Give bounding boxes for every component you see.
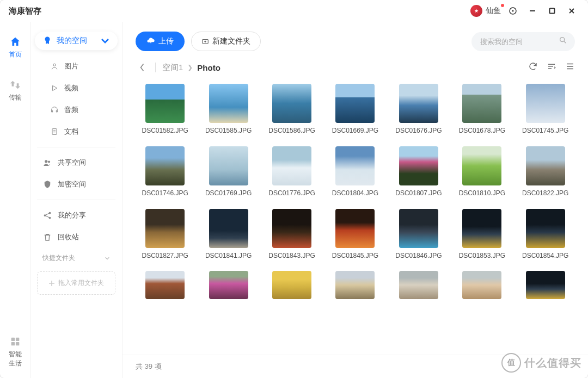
rail-transfer[interactable]: 传输: [0, 76, 30, 106]
upload-button[interactable]: 上传: [136, 32, 185, 51]
new-folder-button[interactable]: 新建文件夹: [191, 32, 261, 51]
chevron-down-icon: [100, 36, 110, 46]
file-item[interactable]: DSC01585.JPG: [199, 84, 258, 135]
shield-icon: [42, 179, 52, 189]
file-name: DSC01846.JPG: [395, 251, 442, 261]
file-grid: DSC01582.JPGDSC01585.JPGDSC01586.JPGDSC0…: [136, 84, 575, 299]
file-thumbnail: [526, 84, 565, 123]
file-item[interactable]: DSC01854.JPG: [516, 209, 575, 261]
file-thumbnail: [335, 209, 375, 248]
file-item[interactable]: DSC01845.JPG: [326, 209, 384, 261]
file-thumbnail: [462, 209, 501, 248]
refresh-button[interactable]: [528, 61, 538, 73]
file-item[interactable]: DSC01807.JPG: [389, 146, 448, 198]
quick-folder-header[interactable]: 快捷文件夹: [35, 248, 118, 268]
file-thumbnail: [272, 84, 311, 123]
maximize-button[interactable]: [544, 3, 560, 18]
file-item[interactable]: DSC01746.JPG: [136, 146, 194, 198]
file-thumbnail: [145, 84, 185, 123]
sidebar-item-doc[interactable]: 文档: [35, 121, 118, 142]
svg-point-26: [560, 38, 565, 42]
people-icon: [42, 158, 52, 168]
cloud-upload-icon: [146, 37, 155, 46]
file-item[interactable]: DSC01843.JPG: [262, 209, 321, 261]
notification-dot: [501, 4, 504, 7]
file-item[interactable]: DSC01827.JPG: [136, 209, 194, 261]
svg-point-18: [49, 217, 51, 219]
file-name: DSC01810.JPG: [459, 189, 505, 198]
file-item[interactable]: [136, 271, 194, 299]
sidebar-item-shared[interactable]: 共享空间: [35, 152, 118, 173]
file-item[interactable]: [452, 271, 511, 299]
file-thumbnail: [335, 271, 375, 299]
file-item[interactable]: DSC01776.JPG: [262, 146, 321, 198]
main-area: 上传 新建文件夹 空间1 ❯ Photo: [122, 22, 588, 378]
minimize-button[interactable]: [525, 3, 540, 18]
user-chip[interactable]: ★ 仙鱼: [470, 5, 501, 17]
svg-point-14: [45, 160, 47, 163]
file-item[interactable]: DSC01586.JPG: [262, 84, 321, 135]
sidebar-item-image[interactable]: 图片: [35, 55, 118, 77]
file-name: DSC01841.JPG: [205, 251, 252, 261]
search-icon[interactable]: [559, 36, 567, 47]
sort-button[interactable]: [547, 61, 556, 73]
file-item[interactable]: DSC01804.JPG: [326, 146, 384, 198]
svg-line-19: [46, 213, 49, 215]
file-thumbnail: [526, 209, 565, 248]
breadcrumb: 空间1 ❯ Photo: [162, 63, 220, 73]
file-thumbnail: [209, 271, 248, 299]
file-name: DSC01769.JPG: [205, 189, 252, 198]
file-item[interactable]: DSC01810.JPG: [452, 146, 511, 198]
file-item[interactable]: DSC01582.JPG: [136, 84, 194, 135]
file-item[interactable]: [389, 271, 448, 299]
file-item[interactable]: [516, 271, 575, 299]
file-item[interactable]: DSC01769.JPG: [199, 146, 258, 198]
file-item[interactable]: DSC01678.JPG: [452, 84, 511, 135]
breadcrumb-root[interactable]: 空间1: [162, 63, 183, 73]
back-button[interactable]: [136, 61, 149, 74]
sidebar-item-my-share[interactable]: 我的分享: [35, 205, 118, 226]
file-item[interactable]: [262, 271, 321, 299]
target-icon[interactable]: [505, 3, 520, 18]
left-rail: 首页 传输 智能生活: [0, 22, 30, 378]
file-item[interactable]: [326, 271, 384, 299]
item-count: 共 39 项: [136, 362, 162, 370]
file-thumbnail: [399, 84, 438, 123]
svg-point-15: [48, 160, 50, 163]
title-bar: 海康智存 ★ 仙鱼: [0, 0, 588, 22]
space-selector[interactable]: 我的空间: [35, 32, 118, 50]
sidebar-item-encrypted[interactable]: 加密空间: [35, 173, 118, 195]
file-name: DSC01586.JPG: [268, 126, 315, 135]
plus-icon: [48, 280, 55, 287]
file-item[interactable]: DSC01846.JPG: [389, 209, 448, 261]
file-grid-scroll[interactable]: DSC01582.JPGDSC01585.JPGDSC01586.JPGDSC0…: [122, 79, 588, 355]
file-thumbnail: [399, 146, 438, 185]
watermark: 值 什么值得买: [501, 353, 581, 373]
file-thumbnail: [145, 209, 185, 248]
file-item[interactable]: DSC01853.JPG: [452, 209, 511, 261]
file-item[interactable]: [199, 271, 258, 299]
breadcrumb-current: Photo: [197, 63, 220, 72]
file-item[interactable]: DSC01841.JPG: [199, 209, 258, 261]
rail-home[interactable]: 首页: [0, 33, 30, 63]
file-name: DSC01745.JPG: [522, 126, 568, 135]
new-folder-icon: [201, 38, 209, 45]
file-name: DSC01582.JPG: [142, 126, 188, 135]
rail-smart-life[interactable]: 智能生活: [0, 332, 30, 371]
file-thumbnail: [209, 146, 248, 185]
sidebar-item-audio[interactable]: 音频: [35, 99, 118, 121]
close-button[interactable]: [564, 3, 579, 18]
sidebar-item-trash[interactable]: 回收站: [35, 226, 118, 248]
svg-rect-8: [11, 342, 14, 345]
user-name: 仙鱼: [486, 6, 501, 16]
quick-folder-drop[interactable]: 拖入常用文件夹: [37, 271, 115, 295]
svg-rect-11: [52, 129, 57, 135]
svg-rect-7: [15, 338, 19, 341]
file-item[interactable]: DSC01676.JPG: [389, 84, 448, 135]
file-item[interactable]: DSC01745.JPG: [516, 84, 575, 135]
app-title: 海康智存: [9, 6, 41, 16]
file-item[interactable]: DSC01822.JPG: [516, 146, 575, 198]
view-toggle-button[interactable]: [565, 61, 575, 73]
file-item[interactable]: DSC01669.JPG: [326, 84, 384, 135]
sidebar-item-video[interactable]: 视频: [35, 77, 118, 99]
